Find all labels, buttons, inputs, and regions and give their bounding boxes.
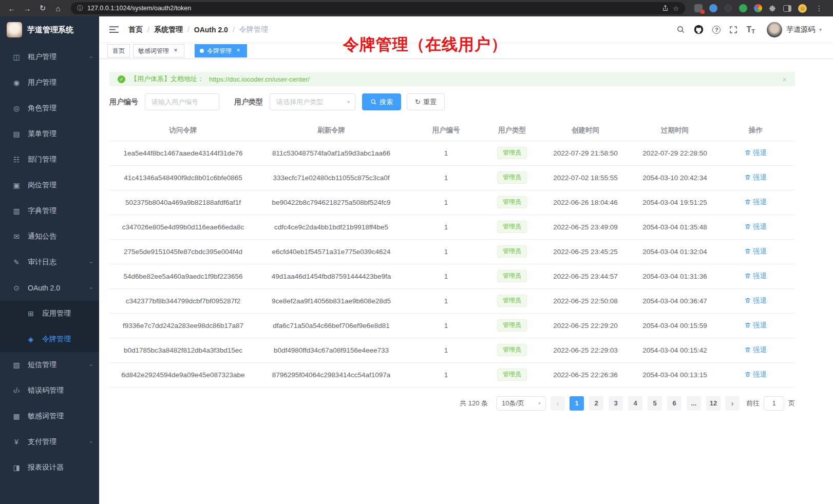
pager-page-6[interactable]: 6: [667, 396, 681, 411]
alert-doc-link[interactable]: https://doc.iocoder.cn/user-center/: [209, 75, 310, 83]
force-logout-button[interactable]: 强退: [745, 321, 767, 330]
help-icon[interactable]: ?: [712, 26, 721, 34]
sidebar-item-oauth2-app[interactable]: ⊞应用管理: [0, 301, 99, 326]
sidebar-item-post[interactable]: ▣岗位管理: [0, 172, 99, 198]
force-logout-button[interactable]: 强退: [745, 247, 767, 256]
user-type-badge: 管理员: [497, 344, 527, 356]
extension-cluster: ☺ ⋮: [691, 4, 828, 13]
sidebar-item-sms[interactable]: ▧短信管理›: [0, 352, 99, 378]
user-type-select-placeholder: 请选择用户类型: [276, 98, 323, 107]
breadcrumb-item[interactable]: 系统管理: [154, 25, 183, 34]
pager-page-4[interactable]: 4: [628, 396, 642, 411]
sidebar-item-user[interactable]: ◉用户管理: [0, 70, 99, 95]
sidebar-item-dept[interactable]: ☷部门管理: [0, 147, 99, 172]
create-time-cell: 2022-06-25 22:26:36: [538, 362, 633, 387]
sidebar-item-role[interactable]: ◎角色管理: [0, 95, 99, 121]
extension-dark-icon[interactable]: [724, 4, 732, 12]
font-size-icon[interactable]: TT: [746, 25, 755, 34]
question-mark-icon: ?: [712, 26, 721, 34]
site-info-icon[interactable]: ⓘ: [77, 4, 83, 13]
expire-time-cell: 2054-03-04 01:35:48: [633, 215, 716, 239]
goto-page-input[interactable]: [764, 396, 784, 411]
filter-bar: 用户编号 用户类型 请选择用户类型 ▾ 搜索 ↻ 重置: [109, 93, 795, 110]
search-button[interactable]: 搜索: [362, 93, 401, 110]
extensions-puzzle-icon[interactable]: [769, 5, 777, 12]
payment-icon: ¥: [11, 438, 22, 446]
browser-profile-avatar[interactable]: ☺: [798, 4, 807, 13]
alert-close-icon[interactable]: ×: [782, 75, 787, 84]
hamburger-icon[interactable]: [107, 24, 121, 35]
tab-令牌管理[interactable]: 令牌管理×: [195, 44, 247, 57]
browser-back-icon[interactable]: ←: [5, 2, 18, 14]
force-logout-button[interactable]: 强退: [745, 296, 767, 305]
browser-menu-icon[interactable]: ⋮: [813, 4, 825, 12]
select-caret-icon: ▾: [347, 99, 350, 105]
sidebar-item-label: 短信管理: [28, 360, 56, 370]
pager-page-2[interactable]: 2: [589, 396, 603, 411]
sidebar-item-pay[interactable]: ¥支付管理›: [0, 429, 99, 455]
user-id-input[interactable]: [145, 93, 219, 110]
sidebar-item-menu[interactable]: ▤菜单管理: [0, 121, 99, 147]
sidebar-item-dict[interactable]: ▥字典管理: [0, 198, 99, 224]
share-icon[interactable]: [662, 5, 669, 12]
browser-refresh-icon[interactable]: ↻: [36, 2, 49, 14]
tab-close-icon[interactable]: ×: [235, 47, 242, 54]
pager-page-5[interactable]: 5: [648, 396, 662, 411]
extension-green-icon[interactable]: [739, 4, 747, 12]
access-token-cell: c347026e805e4d99b0d116eae66eda8c: [109, 215, 257, 239]
user-id-cell: 1: [406, 362, 486, 387]
browser-address-bar[interactable]: ⓘ 127.0.0.1:1024/system/oauth2/token ☆: [71, 2, 685, 14]
sidebar-item-audit[interactable]: ✎审计日志›: [0, 249, 99, 275]
browser-forward-icon[interactable]: →: [21, 2, 34, 14]
pager-page-1[interactable]: 1: [570, 396, 584, 411]
fullscreen-icon[interactable]: [729, 26, 737, 34]
user-menu[interactable]: 芋道源码 ▾: [767, 22, 822, 37]
bookmark-star-icon[interactable]: ☆: [673, 5, 679, 12]
force-logout-button[interactable]: 强退: [745, 198, 767, 207]
pager-page-12[interactable]: 12: [706, 396, 721, 411]
logo-bar[interactable]: 芋道管理系统: [0, 16, 99, 43]
tab-close-icon[interactable]: ×: [172, 47, 179, 54]
github-icon[interactable]: [694, 25, 704, 34]
sidebar-panel-icon[interactable]: [783, 5, 791, 12]
force-logout-label: 强退: [753, 247, 767, 256]
force-logout-button[interactable]: 强退: [745, 345, 767, 355]
extension-blue-icon[interactable]: [709, 4, 717, 12]
delete-icon: [745, 199, 751, 205]
main-panel: 首页/系统管理/OAuth 2.0/令牌管理 ? TT 芋道源码 ▾: [99, 16, 833, 504]
extension-badge-icon[interactable]: [694, 4, 703, 12]
page-size-select[interactable]: 10条/页 ▾: [497, 396, 546, 411]
tab-首页[interactable]: 首页: [107, 44, 130, 57]
pager-page-3[interactable]: 3: [609, 396, 623, 411]
sidebar-item-errcode[interactable]: ‹/›错误码管理: [0, 378, 99, 403]
pager-next-icon[interactable]: ›: [725, 396, 740, 411]
sidebar-item-label: 字典管理: [28, 206, 56, 216]
force-logout-button[interactable]: 强退: [745, 222, 767, 231]
user-type-select[interactable]: 请选择用户类型 ▾: [270, 93, 355, 110]
expire-time-cell: 2054-03-04 00:13:15: [633, 362, 716, 387]
chevron-down-icon: ›: [88, 56, 94, 57]
force-logout-button[interactable]: 强退: [745, 370, 767, 379]
force-logout-button[interactable]: 强退: [745, 148, 767, 158]
sidebar-item-tenant[interactable]: ◫租户管理›: [0, 44, 99, 70]
sidebar-item-report[interactable]: ◨报表设计器: [0, 455, 99, 480]
pager-prev-icon[interactable]: ‹: [551, 396, 565, 411]
tab-敏感词管理[interactable]: 敏感词管理×: [133, 44, 184, 57]
extension-colorful-icon[interactable]: [754, 4, 762, 12]
sidebar-item-oauth2[interactable]: ⊙OAuth 2.0›: [0, 275, 99, 301]
breadcrumb-item[interactable]: OAuth 2.0: [194, 26, 228, 34]
force-logout-button[interactable]: 强退: [745, 272, 767, 281]
search-icon[interactable]: [676, 25, 685, 34]
create-time-cell: 2022-06-26 18:04:46: [538, 190, 633, 215]
sidebar-item-sensitive[interactable]: ▦敏感词管理: [0, 403, 99, 429]
reset-button[interactable]: ↻ 重置: [407, 93, 445, 110]
user-type-badge: 管理员: [497, 295, 527, 307]
browser-home-icon[interactable]: ⌂: [51, 2, 65, 14]
force-logout-button[interactable]: 强退: [745, 173, 767, 182]
sidebar-item-oauth2-token[interactable]: ◈令牌管理: [0, 326, 99, 352]
chevron-down-icon: ›: [88, 261, 94, 263]
sidebar-item-notice[interactable]: ✉通知公告: [0, 224, 99, 249]
force-logout-label: 强退: [753, 370, 767, 379]
breadcrumb-item[interactable]: 首页: [128, 25, 143, 34]
pager-more-icon[interactable]: ...: [687, 396, 701, 411]
